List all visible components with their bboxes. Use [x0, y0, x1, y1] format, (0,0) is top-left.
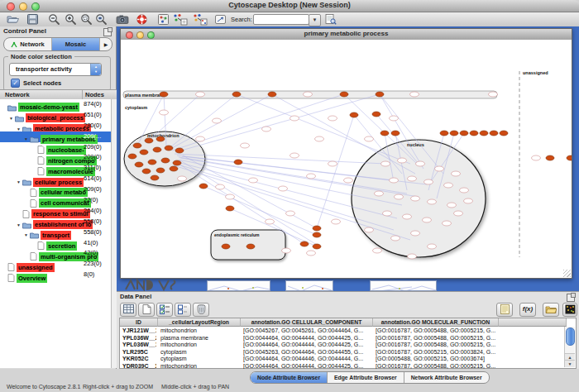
network-node[interactable] [411, 231, 420, 236]
network-node[interactable] [196, 136, 205, 141]
selected-network-node[interactable] [376, 92, 384, 97]
network-node[interactable] [532, 155, 541, 160]
table-row[interactable]: YPL036W__1mitochondrion[GO:0044464, GO:0… [120, 342, 563, 349]
network-node[interactable] [391, 236, 400, 241]
column-header-cellular-component[interactable]: annotation.GO CELLULAR_COMPONENT [241, 318, 373, 327]
selected-network-node[interactable] [234, 160, 242, 165]
network-node[interactable] [178, 176, 187, 181]
network-node[interactable] [216, 184, 225, 189]
help-icon[interactable] [136, 13, 149, 26]
tree-row[interactable]: ▼transport558(0) [0, 227, 111, 238]
selected-network-node[interactable] [232, 92, 241, 97]
network-node[interactable] [410, 92, 419, 97]
network-node[interactable] [444, 183, 453, 188]
network-node[interactable] [226, 194, 235, 199]
save-icon[interactable] [26, 13, 40, 26]
open-icon[interactable] [7, 13, 20, 26]
selected-network-node[interactable] [145, 138, 153, 143]
background-window[interactable] [207, 280, 270, 291]
apply-layout-1-icon[interactable] [173, 13, 186, 26]
expand-arrow-icon[interactable]: ▼ [24, 232, 30, 237]
selected-network-node[interactable] [546, 155, 554, 160]
network-node[interactable] [328, 161, 337, 166]
tab-edge-attribute-browser[interactable]: Edge Attribute Browser [328, 372, 404, 383]
selected-network-node[interactable] [199, 184, 208, 189]
selected-network-node[interactable] [313, 226, 321, 231]
network-node[interactable] [390, 178, 399, 183]
network-node[interactable] [452, 171, 461, 176]
expand-arrow-icon[interactable]: ▼ [24, 136, 30, 141]
tree-scrollbar[interactable] [111, 99, 117, 368]
selected-network-node[interactable] [313, 232, 321, 237]
selected-network-node[interactable] [175, 148, 184, 153]
tree-row[interactable]: response to stimul264(0) [0, 206, 111, 217]
table-row[interactable]: YLR295Ccytoplasm[GO:0045263, GO:0044464,… [120, 349, 563, 356]
tree-row[interactable]: nucleobase-209(0) [0, 142, 111, 153]
tree-row[interactable]: ▼metabolic process280(0) [0, 121, 111, 131]
network-node[interactable] [249, 178, 258, 183]
network-node[interactable] [279, 186, 288, 191]
tree-row[interactable]: multi-organism pro42(0) [0, 248, 111, 259]
attribute-matrix-icon[interactable] [562, 303, 577, 317]
selected-network-node[interactable] [160, 92, 168, 97]
expand-arrow-icon[interactable]: ▼ [17, 127, 22, 131]
select-nodes-checkbox[interactable]: ✓ [11, 79, 20, 88]
network-node[interactable] [424, 179, 433, 184]
network-node[interactable] [262, 127, 271, 131]
network-node[interactable] [403, 214, 412, 219]
network-node[interactable] [464, 198, 473, 203]
formula-builder-icon[interactable]: f(x) [519, 303, 536, 317]
zoom-out-icon[interactable] [48, 13, 61, 26]
selected-network-node[interactable] [222, 244, 230, 249]
column-header-id[interactable]: ID [120, 318, 158, 327]
table-vertical-scrollbar[interactable]: ▲ ▼ [564, 327, 575, 367]
network-node[interactable] [304, 92, 313, 97]
background-window[interactable] [370, 280, 437, 291]
network-node[interactable] [435, 166, 444, 171]
network-node[interactable] [383, 211, 392, 216]
network-node[interactable] [365, 136, 374, 141]
selected-network-node[interactable] [340, 92, 348, 97]
network-node[interactable] [160, 110, 169, 115]
tree-header-nodes[interactable]: Nodes [85, 91, 104, 98]
tree-row[interactable]: ▼primary metabolic209(... [0, 131, 111, 142]
tree-row[interactable]: cellular metabo209(0) [0, 184, 111, 195]
zoom-fit-icon[interactable] [95, 13, 108, 26]
scroll-down-arrow[interactable]: ▼ [565, 360, 575, 367]
network-node[interactable] [365, 227, 374, 232]
zoom-selected-region-icon[interactable] [80, 13, 93, 26]
expand-arrow-icon[interactable]: ▼ [9, 116, 15, 121]
tree-row[interactable]: secretion41(0) [0, 238, 111, 249]
selected-network-node[interactable] [135, 162, 143, 167]
selected-network-node[interactable] [246, 244, 255, 249]
network-node[interactable] [398, 158, 407, 163]
selected-network-node[interactable] [490, 131, 498, 136]
attribute-table-icon[interactable] [120, 303, 136, 317]
network-node[interactable] [381, 161, 390, 166]
selected-network-node[interactable] [170, 166, 178, 171]
tab-network-attribute-browser[interactable]: Network Attribute Browser [404, 372, 489, 383]
network-node[interactable] [411, 196, 420, 201]
attribute-editor-icon[interactable] [496, 303, 513, 317]
view-settings-icon[interactable] [157, 13, 170, 26]
network-node[interactable] [443, 221, 452, 226]
tree-row[interactable]: unassigned223(0) [0, 259, 111, 270]
network-node[interactable] [328, 116, 337, 121]
selected-network-node[interactable] [391, 131, 400, 136]
search-input[interactable] [253, 14, 309, 25]
tree-row[interactable]: ▼biological_process651(0) [0, 110, 111, 121]
window-resize-grip[interactable] [563, 270, 571, 277]
table-row[interactable]: YKR052Ccytoplasm[GO:0044464, GO:0044446,… [120, 356, 563, 363]
network-window-titlebar[interactable]: primary metabolic process [121, 29, 572, 41]
network-node[interactable] [428, 244, 437, 249]
zoom-in-icon[interactable] [65, 13, 78, 26]
selected-network-node[interactable] [567, 155, 572, 160]
network-node[interactable] [290, 153, 299, 158]
network-node[interactable] [241, 143, 250, 148]
background-window[interactable] [285, 280, 333, 291]
tab-overflow-button[interactable]: ▶ [100, 38, 112, 50]
selected-network-node[interactable] [156, 168, 165, 173]
network-node[interactable] [390, 116, 399, 121]
network-node[interactable] [290, 116, 299, 121]
selected-network-node[interactable] [153, 147, 161, 152]
